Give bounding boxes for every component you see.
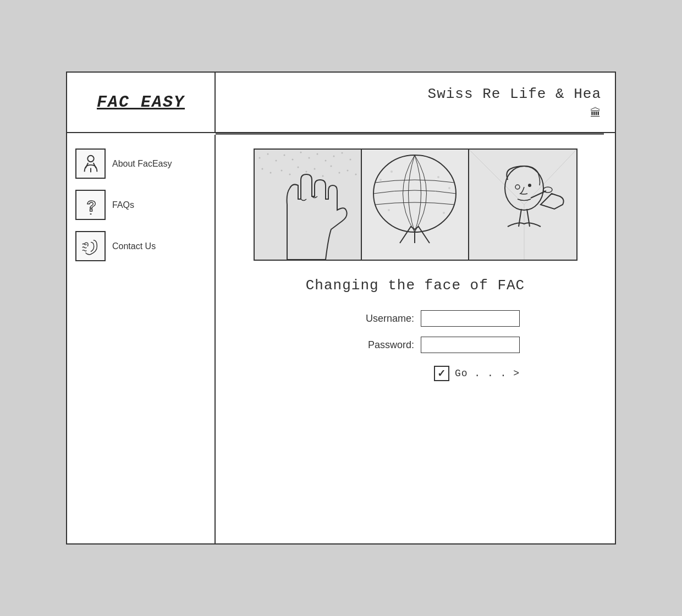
- svg-point-8: [267, 153, 268, 155]
- svg-point-28: [338, 172, 340, 174]
- username-label: Username:: [348, 313, 414, 324]
- username-row: Username:: [311, 310, 520, 327]
- svg-rect-6: [255, 150, 361, 260]
- contact-icon-box: [75, 231, 106, 261]
- svg-point-14: [316, 153, 318, 155]
- checkmark-icon: ✓: [437, 367, 446, 380]
- building-icon: 🏛: [590, 107, 601, 119]
- svg-point-7: [258, 157, 260, 159]
- logo-area: FAC EASY: [67, 73, 216, 132]
- svg-point-17: [341, 152, 343, 154]
- banner-panel-3: [469, 150, 576, 260]
- svg-point-12: [300, 152, 301, 153]
- svg-point-15: [324, 160, 326, 162]
- password-input[interactable]: [421, 337, 520, 353]
- svg-point-34: [380, 179, 382, 181]
- svg-point-10: [283, 155, 285, 156]
- contact-icon: [80, 236, 101, 257]
- svg-point-29: [346, 170, 348, 172]
- svg-point-9: [275, 160, 277, 162]
- sidebar: About FacEasy ? FAQs: [67, 135, 216, 543]
- svg-point-26: [322, 175, 323, 177]
- svg-point-24: [305, 171, 307, 173]
- svg-point-30: [355, 174, 356, 175]
- svg-point-39: [443, 212, 445, 214]
- person-icon: [80, 153, 101, 174]
- company-name: Swiss Re Life & Hea: [428, 86, 601, 102]
- contact-label: Contact Us: [112, 241, 156, 251]
- svg-point-18: [349, 159, 351, 161]
- login-form: Username: Password: ✓ Go . . . >: [311, 310, 520, 381]
- svg-point-13: [308, 157, 310, 159]
- password-label: Password:: [348, 339, 414, 351]
- svg-point-37: [448, 187, 450, 189]
- svg-point-11: [292, 159, 293, 161]
- question-icon: ?: [80, 195, 101, 216]
- svg-point-38: [388, 209, 390, 211]
- svg-point-19: [261, 168, 263, 170]
- submit-row: ✓ Go . . . >: [311, 366, 520, 381]
- company-area: Swiss Re Life & Hea 🏛: [216, 73, 615, 132]
- about-label: About FacEasy: [112, 159, 172, 169]
- svg-point-36: [437, 176, 439, 178]
- svg-point-22: [289, 174, 290, 175]
- sidebar-item-faqs[interactable]: ? FAQs: [75, 190, 206, 220]
- app-logo[interactable]: FAC EASY: [97, 93, 185, 112]
- sidebar-item-about[interactable]: About FacEasy: [75, 148, 206, 179]
- main-content: About FacEasy ? FAQs: [67, 135, 615, 543]
- banner-images: [254, 148, 578, 261]
- svg-point-27: [330, 166, 332, 167]
- banner-panel-1: [255, 150, 362, 260]
- faqs-icon-box: ?: [75, 190, 106, 220]
- svg-point-23: [297, 167, 299, 168]
- right-content: Changing the face of FAC Username: Passw…: [216, 135, 615, 543]
- svg-point-35: [391, 170, 393, 173]
- app-container: FAC EASY Swiss Re Life & Hea 🏛: [66, 72, 616, 544]
- go-button[interactable]: Go . . . >: [455, 368, 520, 379]
- faqs-label: FAQs: [112, 200, 134, 210]
- svg-point-25: [314, 168, 315, 170]
- tagline: Changing the face of FAC: [306, 277, 525, 294]
- sidebar-item-contact[interactable]: Contact Us: [75, 231, 206, 261]
- svg-point-16: [333, 156, 334, 157]
- svg-point-46: [528, 184, 531, 187]
- password-row: Password:: [311, 337, 520, 353]
- submit-checkbox[interactable]: ✓: [434, 366, 449, 381]
- about-icon-box: [75, 148, 106, 179]
- header: FAC EASY Swiss Re Life & Hea 🏛: [67, 73, 615, 133]
- username-input[interactable]: [421, 310, 520, 327]
- svg-point-20: [270, 172, 271, 174]
- banner-panel-2: [362, 150, 469, 260]
- svg-text:?: ?: [86, 197, 96, 215]
- svg-point-21: [280, 170, 282, 172]
- svg-point-0: [87, 155, 94, 161]
